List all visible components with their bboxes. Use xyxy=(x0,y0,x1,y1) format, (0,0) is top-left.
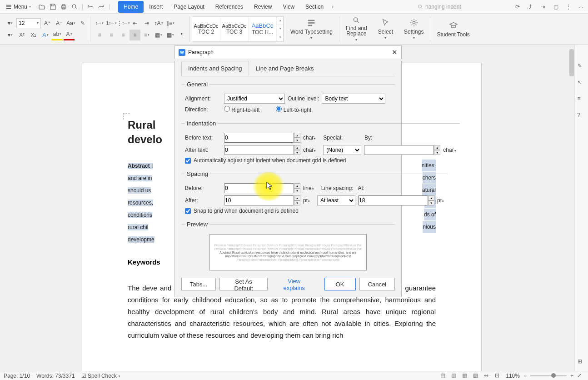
line-spacing-select[interactable]: At least xyxy=(317,195,355,205)
view-web-icon[interactable]: ▦ xyxy=(462,372,469,380)
style-toch[interactable]: AaBbCc TOC H... xyxy=(249,17,277,41)
tabs-button[interactable]: Tabs... xyxy=(181,278,216,290)
spell-check[interactable]: ☑ Spell Check › xyxy=(81,373,120,379)
export-icon[interactable]: ⇥ xyxy=(539,3,547,11)
help-icon[interactable]: ? xyxy=(578,112,586,120)
after-text-input[interactable] xyxy=(224,145,294,155)
fullscreen-icon[interactable]: ⤢ xyxy=(577,372,584,380)
tab-insert[interactable]: Insert xyxy=(144,1,168,13)
styles-scroll[interactable]: ▴▾≡ xyxy=(277,17,283,41)
bullets-icon[interactable]: ≔ xyxy=(94,18,105,29)
ltr-radio[interactable] xyxy=(276,106,282,112)
rtl-radio[interactable] xyxy=(224,106,230,112)
set-default-button[interactable]: Set As Default xyxy=(219,278,268,290)
font-menu-icon[interactable]: ▾ xyxy=(5,30,15,40)
tab-references[interactable]: References xyxy=(210,1,249,13)
line-spacing-icon[interactable]: ‖≡ xyxy=(165,18,176,29)
view-fit-icon[interactable]: ⊡ xyxy=(495,372,502,380)
subscript-icon[interactable]: X₂ xyxy=(28,30,39,40)
spacing-before-input[interactable] xyxy=(224,183,294,193)
by-unit[interactable]: char xyxy=(443,147,456,153)
select-button[interactable]: Select xyxy=(374,16,398,42)
rtl-radio-label[interactable]: Right-to-left xyxy=(224,106,259,113)
scrollbar-thumb[interactable] xyxy=(569,49,574,76)
spacing-before-unit[interactable]: line xyxy=(303,185,314,191)
close-button[interactable]: ✕ xyxy=(392,48,398,56)
highlight-icon[interactable]: ab xyxy=(52,30,63,40)
clear-format-icon[interactable]: ✎ xyxy=(77,18,88,29)
undo-icon[interactable] xyxy=(87,3,94,10)
edit-icon[interactable]: ✎ xyxy=(578,63,586,71)
font-color-icon[interactable]: A xyxy=(64,30,75,40)
view-explains-link[interactable]: View explains xyxy=(271,278,317,290)
alignment-select[interactable]: Justified xyxy=(224,94,285,104)
tab-review[interactable]: Review xyxy=(249,1,277,13)
tabs-overflow[interactable]: › xyxy=(329,4,336,10)
grow-font-icon[interactable]: A⁺ xyxy=(42,18,53,29)
justify-icon[interactable]: ≡ xyxy=(130,30,140,40)
redo-icon[interactable] xyxy=(98,3,105,10)
style-toc2[interactable]: AaBbCcDc TOC 2 xyxy=(192,17,220,41)
distribute-icon[interactable]: ≡ xyxy=(141,30,152,40)
ok-button[interactable]: OK xyxy=(324,278,356,290)
view-print-icon[interactable]: ▤ xyxy=(440,372,448,380)
tab-indents-spacing[interactable]: Indents and Spacing xyxy=(181,61,249,76)
zoom-value[interactable]: 110% xyxy=(506,373,520,379)
find-replace-button[interactable]: Find and Replace xyxy=(341,16,372,42)
multilevel-icon[interactable]: ⋮≔ xyxy=(118,18,129,29)
cancel-button[interactable]: Cancel xyxy=(359,278,395,290)
settings-button[interactable]: Settings xyxy=(399,16,428,42)
spin-up[interactable]: ▲ xyxy=(294,133,300,138)
before-text-input[interactable] xyxy=(224,133,294,143)
page-indicator[interactable]: Page: 1/10 xyxy=(4,373,30,379)
word-count[interactable]: Words: 73/3371 xyxy=(36,373,75,379)
tab-page-layout[interactable]: Page Layout xyxy=(168,1,209,13)
outline-icon[interactable]: ≡ xyxy=(578,95,586,104)
decrease-indent-icon[interactable]: ⇤ xyxy=(130,18,140,29)
zoom-slider[interactable] xyxy=(530,375,567,376)
increase-indent-icon[interactable]: ⇥ xyxy=(141,18,152,29)
tab-section[interactable]: Section xyxy=(300,1,329,13)
view-read-icon[interactable]: ▧ xyxy=(473,372,480,380)
share-icon[interactable]: ⤴ xyxy=(526,3,534,11)
ltr-radio-label[interactable]: Left-to-right xyxy=(276,106,311,113)
text-direction-icon[interactable]: ↕A xyxy=(153,18,164,29)
shading-icon[interactable]: ▦ xyxy=(153,30,164,40)
at-unit[interactable]: pt xyxy=(437,197,444,204)
print-icon[interactable] xyxy=(60,3,67,10)
save-icon[interactable] xyxy=(49,3,56,10)
auto-adjust-checkbox[interactable] xyxy=(185,158,191,164)
by-input[interactable] xyxy=(364,145,434,155)
font-family-dropdown[interactable]: ▾ xyxy=(5,18,15,29)
spacing-after-input[interactable] xyxy=(224,195,294,205)
tab-home[interactable]: Home xyxy=(118,1,144,13)
change-case-icon[interactable]: Aa xyxy=(65,18,76,29)
print-preview-icon[interactable] xyxy=(71,3,78,10)
font-size-input[interactable]: 12▾ xyxy=(16,18,41,28)
vertical-scrollbar[interactable] xyxy=(569,45,574,371)
view-outline-icon[interactable]: ▥ xyxy=(451,372,458,380)
before-text-unit[interactable]: char xyxy=(303,135,316,141)
tab-view[interactable]: View xyxy=(277,1,300,13)
after-text-unit[interactable]: char xyxy=(303,147,316,153)
collapse-ribbon-icon[interactable]: ︿ xyxy=(577,3,585,11)
spacing-after-unit[interactable]: pt xyxy=(303,197,310,204)
search-box[interactable]: hanging indent xyxy=(415,2,506,12)
word-typesetting-button[interactable]: Word Typesetting xyxy=(286,16,337,42)
snap-grid-checkbox[interactable] xyxy=(185,208,191,214)
sync-icon[interactable]: ⟳ xyxy=(513,3,522,11)
menu-button[interactable]: Menu ▾ xyxy=(3,4,34,10)
box-icon[interactable]: ▢ xyxy=(552,3,560,11)
spin-down[interactable]: ▼ xyxy=(294,138,300,143)
styles-gallery[interactable]: AaBbCcDc TOC 2 AaBbCcDc TOC 3 AaBbCc TOC… xyxy=(192,16,284,42)
student-tools-button[interactable]: Student Tools xyxy=(432,16,474,42)
zoom-out[interactable]: − xyxy=(523,373,527,379)
shrink-font-icon[interactable]: A⁻ xyxy=(54,18,65,29)
text-effect-icon[interactable]: A xyxy=(40,30,51,40)
align-right-icon[interactable]: ≡ xyxy=(118,30,129,40)
grid-icon[interactable]: ⊞ xyxy=(578,358,586,366)
at-input[interactable] xyxy=(358,195,428,205)
special-select[interactable]: (None) xyxy=(323,145,361,155)
borders-icon[interactable]: ▦ xyxy=(165,30,176,40)
outline-select[interactable]: Body text xyxy=(322,94,385,104)
